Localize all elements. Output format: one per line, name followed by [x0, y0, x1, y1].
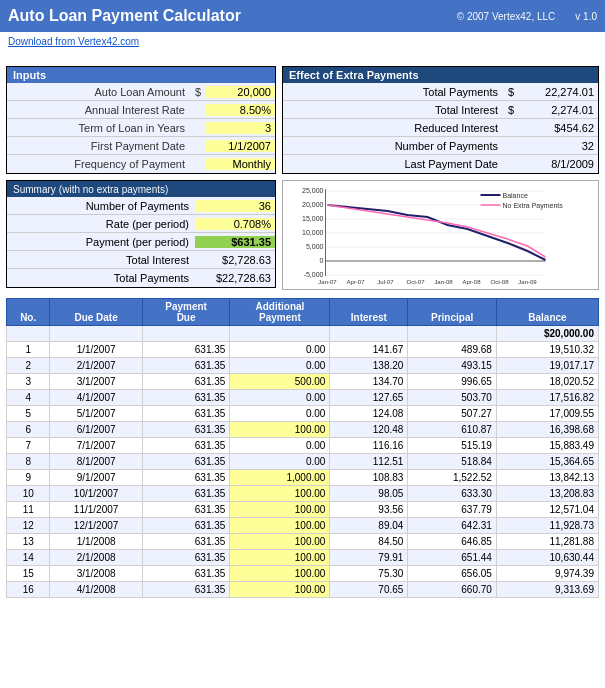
table-row: 1010/1/2007631.35100.0098.05633.3013,208… [7, 486, 599, 502]
summary-header: Summary (with no extra payments) [7, 181, 275, 197]
table-row: 77/1/2007631.350.00116.16515.1915,883.49 [7, 438, 599, 454]
svg-text:-5,000: -5,000 [304, 271, 324, 278]
total-interest-effect-dollar: $ [504, 104, 518, 116]
col-header-additional: AdditionalPayment [230, 299, 330, 326]
first-payment-value[interactable]: 1/1/2007 [205, 140, 275, 152]
payment-value: $631.35 [195, 236, 275, 248]
total-payments-effect-row: Total Payments $ 22,274.01 [283, 83, 598, 101]
initial-balance-row: $20,000.00 [7, 326, 599, 342]
interest-rate-value[interactable]: 8.50% [205, 104, 275, 116]
num-payments-effect-row: Number of Payments 32 [283, 137, 598, 155]
svg-text:5,000: 5,000 [306, 243, 324, 250]
table-row: 164/1/2008631.35100.0070.65660.709,313.6… [7, 582, 599, 598]
total-interest-effect-value: 2,274.01 [518, 104, 598, 116]
table-row: 11/1/2007631.350.00141.67489.6819,510.32 [7, 342, 599, 358]
svg-text:Balance: Balance [503, 192, 528, 199]
total-interest-effect-row: Total Interest $ 2,274.01 [283, 101, 598, 119]
app-title: Auto Loan Payment Calculator [8, 7, 457, 25]
svg-text:10,000: 10,000 [302, 229, 324, 236]
last-payment-label: Last Payment Date [283, 157, 504, 171]
table-row: 131/1/2008631.35100.0084.50646.8511,281.… [7, 534, 599, 550]
inputs-content: Auto Loan Amount $ 20,000 Annual Interes… [7, 83, 275, 173]
loan-amount-row: Auto Loan Amount $ 20,000 [7, 83, 275, 101]
col-header-payment-due: PaymentDue [142, 299, 230, 326]
total-payments-effect-value: 22,274.01 [518, 86, 598, 98]
last-payment-value: 8/1/2009 [518, 158, 598, 170]
svg-text:Jan-07: Jan-07 [318, 279, 337, 285]
reduced-interest-value: $454.62 [518, 122, 598, 134]
payment-label: Payment (per period) [7, 235, 195, 249]
table-row: 99/1/2007631.351,000.00108.831,522.5213,… [7, 470, 599, 486]
svg-text:Oct-08: Oct-08 [490, 279, 509, 285]
summary-subtitle: (with no extra payments) [59, 184, 169, 195]
col-header-balance: Balance [496, 299, 598, 326]
svg-text:Apr-08: Apr-08 [462, 279, 481, 285]
initial-payment [142, 326, 230, 342]
data-table-wrapper: No. Due Date PaymentDue AdditionalPaymen… [0, 298, 605, 602]
first-payment-row: First Payment Date 1/1/2007 [7, 137, 275, 155]
table-row: 22/1/2007631.350.00138.20493.1519,017.17 [7, 358, 599, 374]
interest-rate-label: Annual Interest Rate [7, 103, 191, 117]
total-interest-effect-label: Total Interest [283, 103, 504, 117]
col-header-no: No. [7, 299, 50, 326]
initial-interest [330, 326, 408, 342]
term-label: Term of Loan in Years [7, 121, 191, 135]
reduced-interest-label: Reduced Interest [283, 121, 504, 135]
num-payments-effect-value: 32 [518, 140, 598, 152]
table-row: 1111/1/2007631.35100.0093.56637.7912,571… [7, 502, 599, 518]
frequency-row: Frequency of Payment Monthly [7, 155, 275, 173]
total-payments-row: Total Payments $22,728.63 [7, 269, 275, 287]
num-payments-value: 36 [195, 200, 275, 212]
svg-text:Jan-08: Jan-08 [434, 279, 453, 285]
svg-text:Jul-07: Jul-07 [377, 279, 394, 285]
copyright: © 2007 Vertex42, LLC [457, 11, 556, 22]
download-row: Download from Vertex42.com [0, 32, 605, 50]
svg-text:No Extra Payments: No Extra Payments [503, 202, 564, 210]
table-header-row: No. Due Date PaymentDue AdditionalPaymen… [7, 299, 599, 326]
total-payments-effect-dollar: $ [504, 86, 518, 98]
table-row: 44/1/2007631.350.00127.65503.7017,516.82 [7, 390, 599, 406]
download-link[interactable]: Download from Vertex42.com [8, 36, 139, 47]
frequency-label: Frequency of Payment [7, 157, 191, 171]
table-row: 142/1/2008631.35100.0079.91651.4410,630.… [7, 550, 599, 566]
right-panel: Effect of Extra Payments Total Payments … [282, 66, 599, 294]
num-payments-row: Number of Payments 36 [7, 197, 275, 215]
loan-dollar-sign: $ [191, 86, 205, 98]
effect-header: Effect of Extra Payments [283, 67, 598, 83]
payment-row: Payment (per period) $631.35 [7, 233, 275, 251]
initial-principal [408, 326, 497, 342]
inputs-section: Inputs Auto Loan Amount $ 20,000 Annual … [6, 66, 276, 174]
initial-no [7, 326, 50, 342]
version: v 1.0 [575, 11, 597, 22]
first-payment-label: First Payment Date [7, 139, 191, 153]
num-payments-effect-label: Number of Payments [283, 139, 504, 153]
total-interest-label: Total Interest [7, 253, 195, 267]
frequency-value[interactable]: Monthly [205, 158, 275, 170]
header-right: © 2007 Vertex42, LLC v 1.0 [457, 11, 597, 22]
summary-section: Summary (with no extra payments) Number … [6, 180, 276, 288]
num-payments-label: Number of Payments [7, 199, 195, 213]
table-row: 66/1/2007631.35100.00120.48610.8716,398.… [7, 422, 599, 438]
rate-value: 0.708% [195, 218, 275, 230]
total-interest-row: Total Interest $2,728.63 [7, 251, 275, 269]
table-row: 153/1/2008631.35100.0075.30656.059,974.3… [7, 566, 599, 582]
loan-amount-label: Auto Loan Amount [7, 85, 191, 99]
main-content: Inputs Auto Loan Amount $ 20,000 Annual … [0, 62, 605, 298]
table-row: 33/1/2007631.35500.00134.70996.6518,020.… [7, 374, 599, 390]
loan-amount-value[interactable]: 20,000 [205, 86, 275, 98]
initial-balance: $20,000.00 [496, 326, 598, 342]
title-bar: Auto Loan Payment Calculator © 2007 Vert… [0, 0, 605, 32]
svg-text:15,000: 15,000 [302, 215, 324, 222]
left-panel: Inputs Auto Loan Amount $ 20,000 Annual … [6, 66, 276, 294]
total-payments-effect-label: Total Payments [283, 85, 504, 99]
svg-text:20,000: 20,000 [302, 201, 324, 208]
svg-text:0: 0 [320, 257, 324, 264]
table-row: 55/1/2007631.350.00124.08507.2717,009.55 [7, 406, 599, 422]
term-value[interactable]: 3 [205, 122, 275, 134]
term-row: Term of Loan in Years 3 [7, 119, 275, 137]
col-header-principal: Principal [408, 299, 497, 326]
col-header-due-date: Due Date [50, 299, 142, 326]
total-payments-value: $22,728.63 [195, 272, 275, 284]
svg-text:Jan-09: Jan-09 [518, 279, 537, 285]
spreadsheet: Auto Loan Payment Calculator © 2007 Vert… [0, 0, 605, 602]
